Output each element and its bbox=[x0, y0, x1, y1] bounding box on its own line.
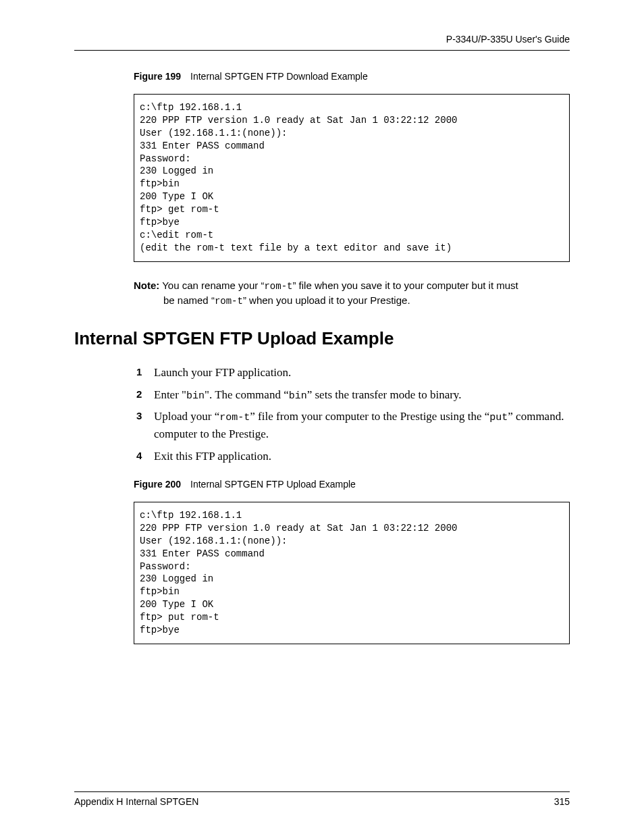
figure-199-codebox: c:\ftp 192.168.1.1 220 PPP FTP version 1… bbox=[134, 94, 570, 262]
step-3-m1: rom-t bbox=[219, 412, 250, 423]
figure-199-title: Internal SPTGEN FTP Download Example bbox=[190, 71, 368, 82]
note-cont1: be named “ bbox=[163, 294, 215, 306]
note-label: Note: bbox=[134, 280, 159, 291]
step-1-num: 1 bbox=[136, 364, 142, 380]
step-4-num: 4 bbox=[136, 448, 142, 463]
step-3-p1: Upload your “ bbox=[154, 410, 219, 423]
note-continuation: be named “rom-t” when you upload it to y… bbox=[163, 293, 570, 308]
page: P-334U/P-335U User's Guide Figure 199Int… bbox=[0, 0, 644, 834]
step-3-p3: ” command. bbox=[508, 410, 564, 423]
figure-199-caption: Figure 199Internal SPTGEN FTP Download E… bbox=[134, 71, 570, 82]
note-part2: ” file when you save it to your computer… bbox=[292, 280, 518, 291]
running-head: P-334U/P-335U User's Guide bbox=[74, 34, 570, 45]
step-2-p2: ". The command “ bbox=[205, 388, 289, 401]
footer: Appendix H Internal SPTGEN 315 bbox=[74, 791, 570, 807]
step-4-text: Exit this FTP application. bbox=[154, 450, 271, 463]
note-part1: You can rename your “ bbox=[159, 280, 264, 291]
note-cont2: ” when you upload it to your Prestige. bbox=[243, 294, 410, 306]
step-1-text: Launch your FTP application. bbox=[154, 366, 291, 379]
step-4: 4 Exit this FTP application. bbox=[142, 448, 570, 465]
figure-200-caption: Figure 200Internal SPTGEN FTP Upload Exa… bbox=[134, 479, 570, 490]
step-2-m1: bin bbox=[186, 390, 205, 402]
figure-200-label: Figure 200 bbox=[134, 479, 181, 490]
step-3-num: 3 bbox=[136, 408, 142, 423]
step-3-m2: put bbox=[489, 412, 508, 423]
step-3: 3 Upload your “rom-t” file from your com… bbox=[142, 408, 570, 444]
step-2-p3: ” sets the transfer mode to binary. bbox=[307, 388, 462, 401]
figure-200-codebox: c:\ftp 192.168.1.1 220 PPP FTP version 1… bbox=[134, 502, 570, 644]
note-mono2: rom-t bbox=[215, 296, 243, 307]
footer-right: 315 bbox=[554, 796, 570, 807]
step-2-m2: bin bbox=[289, 390, 307, 402]
step-3-line2: computer to the Prestige. bbox=[154, 427, 269, 440]
footer-left: Appendix H Internal SPTGEN bbox=[74, 796, 198, 807]
step-2-num: 2 bbox=[136, 386, 142, 402]
step-3-p2: ” file from your computer to the Prestig… bbox=[250, 410, 489, 423]
note-block: Note: You can rename your “rom-t” file w… bbox=[134, 278, 570, 309]
step-1: 1 Launch your FTP application. bbox=[142, 364, 570, 382]
footer-row: Appendix H Internal SPTGEN 315 bbox=[74, 796, 570, 807]
section-heading: Internal SPTGEN FTP Upload Example bbox=[74, 328, 570, 349]
steps-list: 1 Launch your FTP application. 2 Enter "… bbox=[142, 364, 570, 465]
step-2: 2 Enter "bin". The command “bin” sets th… bbox=[142, 386, 570, 404]
figure-200-title: Internal SPTGEN FTP Upload Example bbox=[190, 479, 356, 490]
figure-199-label: Figure 199 bbox=[134, 71, 181, 82]
step-2-p1: Enter " bbox=[154, 388, 186, 401]
bottom-rule bbox=[74, 791, 570, 792]
top-rule bbox=[74, 50, 570, 51]
note-mono1: rom-t bbox=[264, 281, 292, 292]
